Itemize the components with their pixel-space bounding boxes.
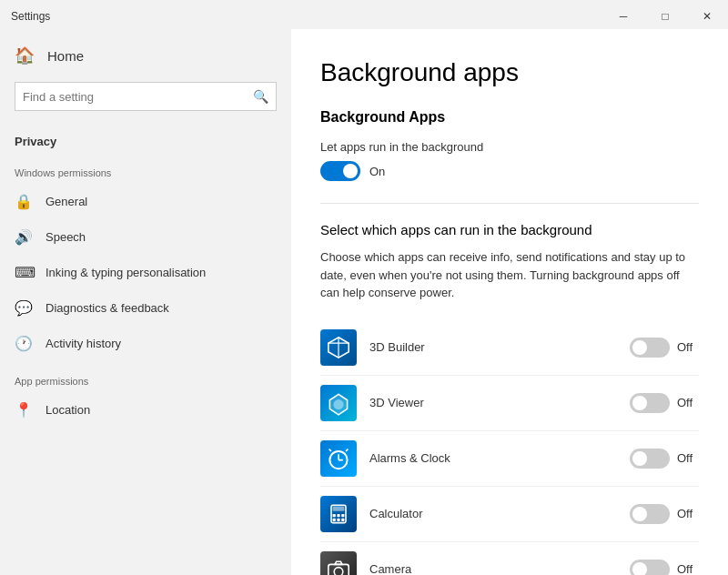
app-state-camera: Off: [677, 562, 699, 575]
app-state-3d-builder: Off: [677, 340, 699, 354]
alarms-icon: [324, 444, 353, 473]
app-state-calculator: Off: [677, 507, 699, 520]
app-toggle-thumb-calculator: [632, 507, 647, 521]
app-toggle-alarms: Off: [630, 449, 699, 469]
svg-point-4: [333, 399, 343, 409]
app-toggle-thumb-3d-viewer: [632, 396, 647, 410]
app-icon-3d-builder: [320, 329, 357, 366]
speech-icon: 🔊: [15, 228, 33, 246]
location-icon: 📍: [15, 401, 33, 419]
feedback-icon: 💬: [15, 299, 33, 317]
app-name-calculator: Calculator: [369, 507, 630, 520]
minimize-button[interactable]: ─: [602, 2, 644, 31]
search-input[interactable]: [23, 90, 253, 104]
lock-icon: 🔒: [15, 193, 33, 210]
page-title: Background apps: [320, 58, 699, 87]
sidebar-home-item[interactable]: 🏠 Home: [0, 36, 291, 75]
app-permissions-heading: App permissions: [0, 361, 291, 392]
svg-rect-18: [329, 564, 349, 575]
app-toggle-track-3d-viewer[interactable]: [630, 393, 670, 413]
app-name-camera: Camera: [369, 562, 630, 575]
app-toggle-track-3d-builder[interactable]: [630, 338, 670, 358]
app-state-3d-viewer: Off: [677, 396, 699, 409]
sidebar-item-inking[interactable]: ⌨ Inking & typing personalisation: [0, 255, 291, 290]
app-name-3d-viewer: 3D Viewer: [369, 396, 630, 409]
toggle-description: Let apps run in the background: [320, 140, 699, 154]
sidebar-item-general[interactable]: 🔒 General: [0, 184, 291, 219]
toggle-state: On: [369, 165, 385, 178]
app-item-3d-builder: 3D Builder Off: [320, 320, 699, 376]
app-icon-3d-viewer: [320, 385, 357, 421]
background-toggle[interactable]: [320, 161, 360, 181]
3d-builder-icon: [324, 333, 353, 362]
app-toggle-track-alarms[interactable]: [630, 449, 670, 469]
app-toggle-calculator: Off: [630, 504, 699, 524]
svg-rect-15: [333, 518, 336, 520]
svg-rect-14: [341, 514, 344, 517]
calculator-icon: [324, 499, 353, 529]
history-icon: 🕐: [15, 335, 33, 352]
content-area: Background apps Background Apps Let apps…: [291, 29, 728, 575]
app-icon-camera: [320, 551, 357, 576]
app-toggle-3d-builder: Off: [630, 338, 699, 358]
main-layout: 🏠 Home 🔍 Privacy Windows permissions 🔒 G…: [0, 29, 728, 575]
svg-rect-11: [333, 507, 345, 511]
app-toggle-thumb-alarms: [632, 451, 647, 466]
app-toggle-track-camera[interactable]: [630, 560, 670, 576]
toggle-track: [320, 161, 360, 181]
app-icon-alarms: [320, 440, 357, 477]
app-item-calculator: Calculator Off: [320, 487, 699, 542]
search-icon: 🔍: [253, 89, 268, 104]
svg-line-8: [329, 449, 331, 450]
section-title: Background Apps: [320, 109, 699, 126]
select-title: Select which apps can run in the backgro…: [320, 222, 699, 237]
sidebar: 🏠 Home 🔍 Privacy Windows permissions 🔒 G…: [0, 29, 291, 575]
app-toggle-thumb-3d-builder: [632, 340, 647, 355]
svg-marker-20: [335, 561, 342, 564]
camera-icon: [324, 555, 353, 576]
select-description: Choose which apps can receive info, send…: [320, 248, 699, 302]
windows-permissions-heading: Windows permissions: [0, 153, 291, 184]
keyboard-icon: ⌨: [15, 264, 33, 281]
app-item-3d-viewer: 3D Viewer Off: [320, 376, 699, 431]
close-button[interactable]: ✕: [686, 2, 728, 31]
app-state-alarms: Off: [677, 451, 699, 465]
svg-line-9: [346, 449, 348, 450]
app-toggle-thumb-camera: [632, 562, 647, 576]
svg-point-19: [334, 567, 343, 575]
svg-rect-12: [333, 514, 336, 517]
app-name-3d-builder: 3D Builder: [369, 340, 630, 354]
toggle-thumb: [343, 164, 358, 178]
app-item-alarms: Alarms & Clock Off: [320, 431, 699, 487]
sidebar-item-diagnostics[interactable]: 💬 Diagnostics & feedback: [0, 290, 291, 326]
app-list: 3D Builder Off 3D Viewer: [320, 320, 699, 576]
maximize-button[interactable]: □: [644, 2, 686, 31]
sidebar-item-activity[interactable]: 🕐 Activity history: [0, 326, 291, 361]
home-label: Home: [47, 48, 84, 64]
home-icon: 🏠: [15, 45, 35, 66]
svg-rect-16: [337, 518, 339, 520]
titlebar: Settings ─ □ ✕: [0, 0, 728, 29]
app-toggle-camera: Off: [630, 560, 699, 576]
app-toggle-3d-viewer: Off: [630, 393, 699, 413]
app-toggle-track-calculator[interactable]: [630, 504, 670, 524]
3d-viewer-icon: [324, 388, 353, 418]
window-controls: ─ □ ✕: [602, 2, 728, 31]
app-icon-calculator: [320, 496, 357, 532]
sidebar-item-location[interactable]: 📍 Location: [0, 392, 291, 428]
search-box: 🔍: [15, 82, 277, 111]
svg-rect-17: [341, 518, 344, 520]
svg-rect-13: [337, 514, 339, 517]
divider: [320, 203, 699, 204]
app-item-camera: Camera Off: [320, 542, 699, 576]
privacy-heading: Privacy: [15, 135, 56, 148]
background-toggle-wrapper: On: [320, 161, 699, 181]
app-name-alarms: Alarms & Clock: [369, 451, 630, 465]
app-title: Settings: [11, 10, 50, 23]
sidebar-item-speech[interactable]: 🔊 Speech: [0, 219, 291, 255]
